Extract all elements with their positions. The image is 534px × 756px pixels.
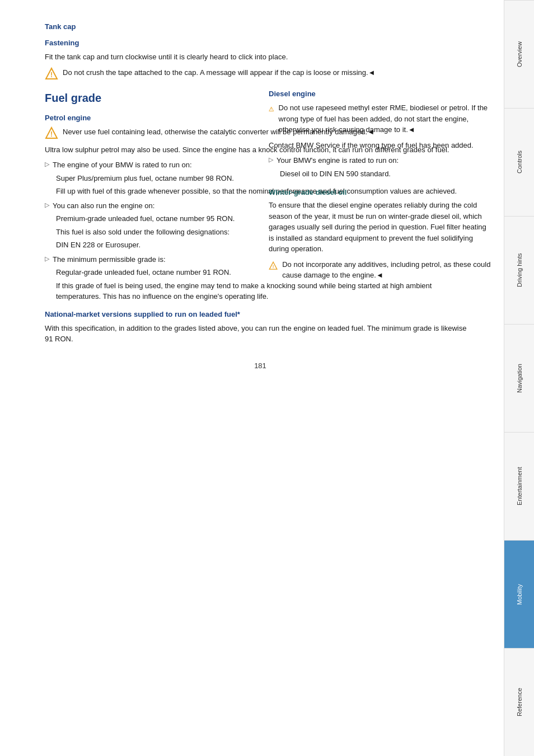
diesel-warning-icon: ! <box>269 102 274 116</box>
diesel-warning-text: Do not use rapeseed methyl ester RME, bi… <box>279 102 493 135</box>
svg-text:!: ! <box>50 130 53 138</box>
winter-grade-warning: ! Do not incorporate any additives, incl… <box>269 259 493 281</box>
diesel-bullet: ▷ Your BMW's engine is rated to run on: <box>269 155 493 166</box>
svg-text:!: ! <box>271 108 272 111</box>
bullet-intro-3: The minimum permissible grade is: <box>53 254 166 265</box>
tank-cap-heading: Tank cap <box>45 22 476 31</box>
sidebar-tab-overview[interactable]: Overview <box>504 0 534 108</box>
winter-grade-text: To ensure that the diesel engine operate… <box>269 200 493 255</box>
bullet-intro-2: You can also run the engine on: <box>53 200 154 212</box>
tank-cap-warning-text: Do not crush the tape attached to the ca… <box>63 67 375 78</box>
winter-grade-subheading: Winter-grade diesel oil <box>269 188 493 196</box>
diesel-contact-text: Contact BMW Service if the wrong type of… <box>269 140 493 151</box>
fastening-text: Fit the tank cap and turn clockwise unti… <box>45 51 476 63</box>
page-number: 181 <box>45 361 476 370</box>
sidebar-tab-driving-hints[interactable]: Driving hints <box>504 216 534 324</box>
diesel-bullet-intro: Your BMW's engine is rated to run on: <box>277 155 399 166</box>
tank-cap-warning: ! Do not crush the tape attached to the … <box>45 67 476 81</box>
national-market-text: With this specification, in addition to … <box>45 323 476 345</box>
svg-text:!: ! <box>273 264 274 269</box>
national-market-subheading: National-market versions supplied to run… <box>45 310 476 318</box>
tank-cap-section: Tank cap Fastening Fit the tank cap and … <box>45 22 476 81</box>
winter-warning-text: Do not incorporate any additives, includ… <box>282 259 493 281</box>
sidebar: Overview Controls Driving hints Navigati… <box>504 0 534 756</box>
right-column: Diesel engine ! Do not use rapeseed meth… <box>269 90 493 285</box>
diesel-bullet-arrow: ▷ <box>269 156 273 163</box>
winter-warning-icon: ! <box>269 259 278 273</box>
sidebar-tab-reference[interactable]: Reference <box>504 648 534 756</box>
bullet-arrow-2: ▷ <box>45 201 49 209</box>
sidebar-tab-navigation[interactable]: Navigation <box>504 324 534 432</box>
bullet-intro-1: The engine of your BMW is rated to run o… <box>53 159 192 171</box>
warning-icon: ! <box>45 67 58 81</box>
bullet-arrow-1: ▷ <box>45 161 49 168</box>
fastening-subheading: Fastening <box>45 39 476 47</box>
winter-grade-section: Winter-grade diesel oil To ensure that t… <box>269 188 493 281</box>
svg-text:!: ! <box>50 71 53 79</box>
diesel-warning: ! Do not use rapeseed methyl ester RME, … <box>269 102 493 135</box>
diesel-bullet-item: Diesel oil to DIN EN 590 standard. <box>280 168 493 180</box>
diesel-engine-section: Diesel engine ! Do not use rapeseed meth… <box>269 90 493 179</box>
sidebar-tab-controls[interactable]: Controls <box>504 108 534 216</box>
bullet-arrow-3: ▷ <box>45 255 49 262</box>
petrol-warning-icon: ! <box>45 126 58 140</box>
sidebar-tab-entertainment[interactable]: Entertainment <box>504 432 534 540</box>
sidebar-tab-mobility[interactable]: Mobility <box>504 540 534 648</box>
diesel-engine-heading: Diesel engine <box>269 90 493 98</box>
